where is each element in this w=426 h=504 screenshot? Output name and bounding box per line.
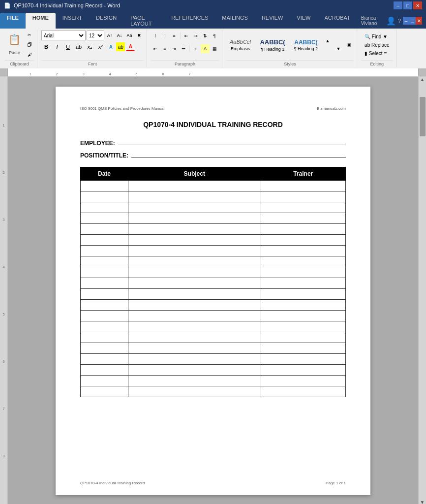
table-cell[interactable] xyxy=(128,246,261,256)
table-cell[interactable] xyxy=(261,181,345,191)
table-cell[interactable] xyxy=(261,354,345,365)
table-cell[interactable] xyxy=(128,278,261,289)
table-cell[interactable] xyxy=(81,246,128,256)
table-cell[interactable] xyxy=(81,181,128,191)
minimize-button[interactable]: – xyxy=(394,1,402,9)
format-painter-button[interactable]: 🖌 xyxy=(25,50,34,59)
align-right-btn[interactable]: ⇥ xyxy=(170,44,179,53)
table-cell[interactable] xyxy=(81,213,128,224)
styles-scroll-down-btn[interactable]: ▼ xyxy=(334,44,343,53)
right-scrollbar[interactable]: ▲ ▼ xyxy=(418,77,426,504)
underline-button[interactable]: U xyxy=(63,42,73,51)
clear-format-btn[interactable]: ✖ xyxy=(135,31,144,40)
borders-btn[interactable]: ▦ xyxy=(210,44,219,53)
title-bar-controls[interactable]: – □ ✕ xyxy=(394,1,422,9)
change-case-btn[interactable]: Aa xyxy=(125,31,134,40)
table-cell[interactable] xyxy=(81,278,128,289)
table-cell[interactable] xyxy=(261,386,345,397)
scroll-up-btn[interactable]: ▲ xyxy=(420,77,425,82)
table-cell[interactable] xyxy=(261,300,345,311)
tab-file[interactable]: FILE xyxy=(0,13,26,29)
numbering-btn[interactable]: ⁞ xyxy=(160,32,169,40)
tab-mailings[interactable]: MAILINGS xyxy=(215,13,255,29)
ribbon-maximize-btn[interactable]: □ xyxy=(409,17,416,25)
tab-references[interactable]: REFERENCES xyxy=(164,13,215,29)
table-cell[interactable] xyxy=(81,256,128,267)
bullets-btn[interactable]: ⁝ xyxy=(151,32,160,40)
ribbon-close-btn[interactable]: ✕ xyxy=(416,17,422,25)
scroll-thumb[interactable] xyxy=(420,97,426,136)
table-cell[interactable] xyxy=(81,289,128,300)
table-cell[interactable] xyxy=(81,300,128,311)
decrease-indent-btn[interactable]: ⇤ xyxy=(182,32,191,40)
table-cell[interactable] xyxy=(128,386,261,397)
table-cell[interactable] xyxy=(81,191,128,202)
tab-home[interactable]: HOME xyxy=(26,13,56,29)
table-cell[interactable] xyxy=(261,343,345,354)
table-cell[interactable] xyxy=(128,354,261,365)
table-cell[interactable] xyxy=(128,181,261,191)
table-cell[interactable] xyxy=(128,256,261,267)
table-cell[interactable] xyxy=(128,224,261,235)
shading-btn[interactable]: A xyxy=(201,44,210,53)
table-cell[interactable] xyxy=(261,191,345,202)
table-cell[interactable] xyxy=(128,235,261,246)
table-cell[interactable] xyxy=(261,311,345,321)
table-cell[interactable] xyxy=(261,213,345,224)
select-button[interactable]: ▮ Select = xyxy=(361,50,393,57)
tab-page-layout[interactable]: PAGE LAYOUT xyxy=(123,13,164,29)
font-color-btn[interactable]: A xyxy=(126,42,135,51)
table-cell[interactable] xyxy=(128,321,261,332)
table-cell[interactable] xyxy=(81,343,128,354)
cut-button[interactable]: ✂ xyxy=(25,31,34,39)
justify-btn[interactable]: ☰ xyxy=(179,44,188,53)
superscript-button[interactable]: x² xyxy=(95,42,105,51)
italic-button[interactable]: I xyxy=(52,42,62,51)
table-cell[interactable] xyxy=(81,224,128,235)
table-cell[interactable] xyxy=(81,311,128,321)
table-cell[interactable] xyxy=(128,202,261,213)
strikethrough-button[interactable]: ab xyxy=(74,42,84,51)
styles-more-btn[interactable]: ▣ xyxy=(345,40,354,49)
position-input-line[interactable] xyxy=(131,151,346,158)
decrease-font-btn[interactable]: A↓ xyxy=(115,31,124,40)
style-heading1[interactable]: AABBC( ¶ Heading 1 xyxy=(256,36,288,53)
table-cell[interactable] xyxy=(261,202,345,213)
table-cell[interactable] xyxy=(81,354,128,365)
align-center-btn[interactable]: ≡ xyxy=(160,44,169,53)
table-cell[interactable] xyxy=(128,365,261,376)
font-family-select[interactable]: Arial xyxy=(41,31,86,40)
table-cell[interactable] xyxy=(81,267,128,278)
tab-acrobat[interactable]: ACROBAT xyxy=(317,13,357,29)
tab-review[interactable]: REVIEW xyxy=(255,13,290,29)
find-button[interactable]: 🔍 Find ▼ xyxy=(361,33,393,40)
table-cell[interactable] xyxy=(261,332,345,343)
table-cell[interactable] xyxy=(128,213,261,224)
copy-button[interactable]: 🗍 xyxy=(25,40,34,49)
line-spacing-btn[interactable]: ↕ xyxy=(191,44,200,53)
table-cell[interactable] xyxy=(261,256,345,267)
tab-design[interactable]: DESIGN xyxy=(89,13,123,29)
align-left-btn[interactable]: ⇤ xyxy=(151,44,160,53)
scroll-down-btn[interactable]: ▼ xyxy=(420,500,425,504)
table-cell[interactable] xyxy=(81,235,128,246)
font-size-select[interactable]: 12 xyxy=(87,31,104,40)
multilevel-list-btn[interactable]: ≡ xyxy=(170,32,179,40)
replace-button[interactable]: ab Replace xyxy=(361,41,393,49)
tab-insert[interactable]: INSERT xyxy=(56,13,89,29)
table-cell[interactable] xyxy=(261,289,345,300)
bold-button[interactable]: B xyxy=(41,42,51,51)
tab-view[interactable]: VIEW xyxy=(290,13,317,29)
table-cell[interactable] xyxy=(261,267,345,278)
table-cell[interactable] xyxy=(81,365,128,376)
table-cell[interactable] xyxy=(81,321,128,332)
subscript-button[interactable]: x₂ xyxy=(85,42,94,51)
show-formatting-btn[interactable]: ¶ xyxy=(210,32,219,40)
table-cell[interactable] xyxy=(261,365,345,376)
table-cell[interactable] xyxy=(128,267,261,278)
table-cell[interactable] xyxy=(261,278,345,289)
table-cell[interactable] xyxy=(128,332,261,343)
close-button[interactable]: ✕ xyxy=(413,1,422,9)
text-highlight-btn[interactable]: ab xyxy=(116,42,125,51)
table-cell[interactable] xyxy=(128,343,261,354)
